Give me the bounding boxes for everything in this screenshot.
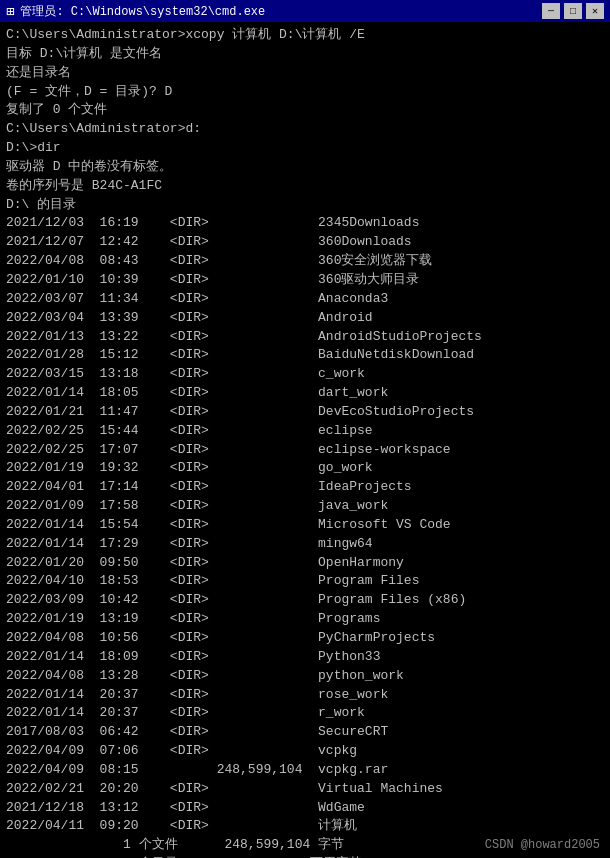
- terminal-line: 2021/12/18 13:12 <DIR> WdGame: [6, 799, 604, 818]
- terminal-line: 2022/02/25 17:07 <DIR> eclipse-workspace: [6, 441, 604, 460]
- terminal-line: 2022/01/21 11:47 <DIR> DevEcoStudioProje…: [6, 403, 604, 422]
- terminal-line: 2022/03/09 10:42 <DIR> Program Files (x8…: [6, 591, 604, 610]
- terminal-line: 2022/03/07 11:34 <DIR> Anaconda3: [6, 290, 604, 309]
- terminal-line: 2022/01/10 10:39 <DIR> 360驱动大师目录: [6, 271, 604, 290]
- terminal-line: 2021/12/07 12:42 <DIR> 360Downloads: [6, 233, 604, 252]
- terminal-line: C:\Users\Administrator>d:: [6, 120, 604, 139]
- watermark: CSDN @howard2005: [485, 838, 600, 852]
- terminal-line: 2021/12/03 16:19 <DIR> 2345Downloads: [6, 214, 604, 233]
- maximize-button[interactable]: □: [564, 3, 582, 19]
- title-bar-left: ⊞ 管理员: C:\Windows\system32\cmd.exe: [6, 3, 265, 20]
- terminal-line: 2022/01/13 13:22 <DIR> AndroidStudioProj…: [6, 328, 604, 347]
- terminal-line: 2022/01/14 18:05 <DIR> dart_work: [6, 384, 604, 403]
- terminal-line: (F = 文件，D = 目录)? D: [6, 83, 604, 102]
- terminal-line: 2022/04/09 07:06 <DIR> vcpkg: [6, 742, 604, 761]
- terminal-body: C:\Users\Administrator>xcopy 计算机 D:\计算机 …: [0, 22, 610, 858]
- terminal-line: 2022/01/14 20:37 <DIR> rose_work: [6, 686, 604, 705]
- terminal-line: 驱动器 D 中的卷没有标签。: [6, 158, 604, 177]
- terminal-line: 2022/04/10 18:53 <DIR> Program Files: [6, 572, 604, 591]
- terminal-line: 2022/01/19 13:19 <DIR> Programs: [6, 610, 604, 629]
- terminal-line: 2022/02/25 15:44 <DIR> eclipse: [6, 422, 604, 441]
- terminal-line: 2022/04/09 08:15 248,599,104 vcpkg.rar: [6, 761, 604, 780]
- close-button[interactable]: ✕: [586, 3, 604, 19]
- minimize-button[interactable]: ─: [542, 3, 560, 19]
- terminal-line: C:\Users\Administrator>xcopy 计算机 D:\计算机 …: [6, 26, 604, 45]
- terminal-line: 2022/01/14 18:09 <DIR> Python33: [6, 648, 604, 667]
- terminal-line: 2022/04/11 09:20 <DIR> 计算机: [6, 817, 604, 836]
- cmd-icon: ⊞: [6, 3, 14, 20]
- terminal-line: 2022/04/08 10:56 <DIR> PyCharmProjects: [6, 629, 604, 648]
- terminal-line: 2022/04/08 13:28 <DIR> python_work: [6, 667, 604, 686]
- terminal-line: 2022/03/15 13:18 <DIR> c_work: [6, 365, 604, 384]
- terminal-line: 2022/01/19 19:32 <DIR> go_work: [6, 459, 604, 478]
- terminal-line: 卷的序列号是 B24C-A1FC: [6, 177, 604, 196]
- terminal-line: 2022/04/01 17:14 <DIR> IdeaProjects: [6, 478, 604, 497]
- window-title: 管理员: C:\Windows\system32\cmd.exe: [20, 3, 265, 20]
- terminal-line: 2022/01/09 17:58 <DIR> java_work: [6, 497, 604, 516]
- terminal-line: 2022/01/14 20:37 <DIR> r_work: [6, 704, 604, 723]
- terminal-line: 2022/03/04 13:39 <DIR> Android: [6, 309, 604, 328]
- terminal-line: 2022/01/28 15:12 <DIR> BaiduNetdiskDownl…: [6, 346, 604, 365]
- terminal-line: 2022/01/14 15:54 <DIR> Microsoft VS Code: [6, 516, 604, 535]
- terminal-line: D:\>dir: [6, 139, 604, 158]
- window-controls: ─ □ ✕: [542, 3, 604, 19]
- terminal-line: 2022/04/08 08:43 <DIR> 360安全浏览器下载: [6, 252, 604, 271]
- terminal-line: 2017/08/03 06:42 <DIR> SecureCRT: [6, 723, 604, 742]
- title-bar: ⊞ 管理员: C:\Windows\system32\cmd.exe ─ □ ✕: [0, 0, 610, 22]
- terminal-line: 2022/01/20 09:50 <DIR> OpenHarmony: [6, 554, 604, 573]
- terminal-line: 复制了 0 个文件: [6, 101, 604, 120]
- terminal-line: 2022/02/21 20:20 <DIR> Virtual Machines: [6, 780, 604, 799]
- terminal-line: 2022/01/14 17:29 <DIR> mingw64: [6, 535, 604, 554]
- terminal-line: 目标 D:\计算机 是文件名: [6, 45, 604, 64]
- terminal-line: D:\ 的目录: [6, 196, 604, 215]
- terminal-line: 还是目录名: [6, 64, 604, 83]
